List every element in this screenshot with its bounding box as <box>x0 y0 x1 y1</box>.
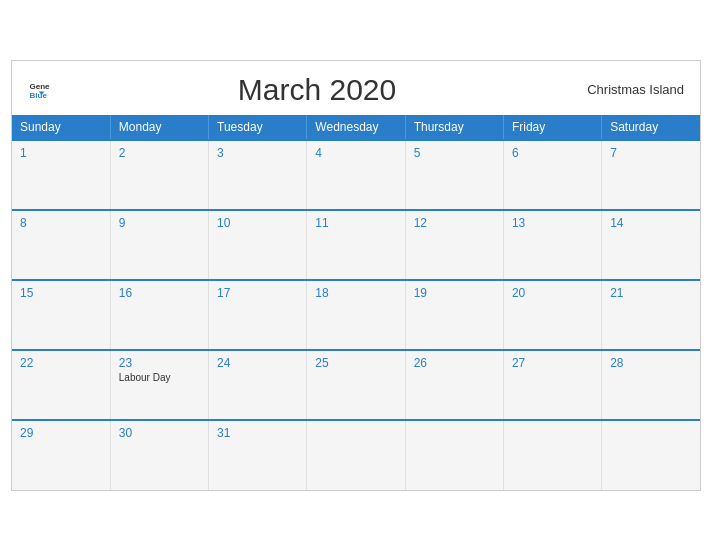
day-number: 7 <box>610 146 692 160</box>
day-number: 30 <box>119 426 200 440</box>
day-number: 6 <box>512 146 593 160</box>
day-number: 3 <box>217 146 298 160</box>
day-number: 8 <box>20 216 102 230</box>
calendar-title: March 2020 <box>50 73 584 107</box>
day-number: 29 <box>20 426 102 440</box>
svg-text:Blue: Blue <box>29 91 47 100</box>
day-number: 9 <box>119 216 200 230</box>
col-thursday: Thursday <box>405 115 503 140</box>
day-number: 17 <box>217 286 298 300</box>
calendar-container: General Blue March 2020 Christmas Island… <box>11 60 701 491</box>
day-number: 22 <box>20 356 102 370</box>
calendar-header: General Blue March 2020 Christmas Island <box>12 61 700 115</box>
calendar-cell: 29 <box>12 420 110 490</box>
day-number: 11 <box>315 216 396 230</box>
day-number: 14 <box>610 216 692 230</box>
calendar-cell: 30 <box>110 420 208 490</box>
day-number: 26 <box>414 356 495 370</box>
svg-text:General: General <box>29 82 50 91</box>
weekday-header-row: Sunday Monday Tuesday Wednesday Thursday… <box>12 115 700 140</box>
col-sunday: Sunday <box>12 115 110 140</box>
day-number: 20 <box>512 286 593 300</box>
calendar-cell: 14 <box>602 210 700 280</box>
calendar-cell: 26 <box>405 350 503 420</box>
region-label: Christmas Island <box>584 82 684 97</box>
calendar-week-row: 1234567 <box>12 140 700 210</box>
calendar-cell <box>405 420 503 490</box>
calendar-cell: 22 <box>12 350 110 420</box>
day-number: 1 <box>20 146 102 160</box>
col-monday: Monday <box>110 115 208 140</box>
calendar-grid: Sunday Monday Tuesday Wednesday Thursday… <box>12 115 700 490</box>
calendar-cell: 11 <box>307 210 405 280</box>
day-number: 24 <box>217 356 298 370</box>
calendar-week-row: 2223Labour Day2425262728 <box>12 350 700 420</box>
calendar-cell: 18 <box>307 280 405 350</box>
calendar-cell: 24 <box>209 350 307 420</box>
col-saturday: Saturday <box>602 115 700 140</box>
calendar-cell: 5 <box>405 140 503 210</box>
day-number: 13 <box>512 216 593 230</box>
day-number: 4 <box>315 146 396 160</box>
day-number: 10 <box>217 216 298 230</box>
calendar-cell: 25 <box>307 350 405 420</box>
day-number: 2 <box>119 146 200 160</box>
col-wednesday: Wednesday <box>307 115 405 140</box>
calendar-cell: 10 <box>209 210 307 280</box>
day-number: 28 <box>610 356 692 370</box>
calendar-cell: 17 <box>209 280 307 350</box>
logo: General Blue <box>28 79 50 101</box>
logo-icon: General Blue <box>28 79 50 101</box>
day-number: 23 <box>119 356 200 370</box>
day-number: 21 <box>610 286 692 300</box>
day-number: 15 <box>20 286 102 300</box>
calendar-cell <box>602 420 700 490</box>
calendar-cell: 2 <box>110 140 208 210</box>
calendar-cell: 28 <box>602 350 700 420</box>
calendar-cell: 20 <box>503 280 601 350</box>
calendar-cell: 23Labour Day <box>110 350 208 420</box>
calendar-cell: 1 <box>12 140 110 210</box>
col-tuesday: Tuesday <box>209 115 307 140</box>
calendar-cell: 15 <box>12 280 110 350</box>
calendar-cell: 13 <box>503 210 601 280</box>
day-number: 12 <box>414 216 495 230</box>
calendar-cell: 21 <box>602 280 700 350</box>
calendar-cell: 3 <box>209 140 307 210</box>
calendar-cell: 9 <box>110 210 208 280</box>
calendar-cell: 4 <box>307 140 405 210</box>
calendar-week-row: 891011121314 <box>12 210 700 280</box>
calendar-cell: 16 <box>110 280 208 350</box>
calendar-cell: 12 <box>405 210 503 280</box>
day-number: 18 <box>315 286 396 300</box>
calendar-cell: 19 <box>405 280 503 350</box>
day-number: 5 <box>414 146 495 160</box>
calendar-cell: 6 <box>503 140 601 210</box>
calendar-cell <box>307 420 405 490</box>
day-number: 27 <box>512 356 593 370</box>
calendar-week-row: 293031 <box>12 420 700 490</box>
day-number: 16 <box>119 286 200 300</box>
day-number: 19 <box>414 286 495 300</box>
day-number: 25 <box>315 356 396 370</box>
day-number: 31 <box>217 426 298 440</box>
calendar-week-row: 15161718192021 <box>12 280 700 350</box>
calendar-cell: 31 <box>209 420 307 490</box>
calendar-cell: 7 <box>602 140 700 210</box>
event-label: Labour Day <box>119 372 200 383</box>
calendar-cell: 8 <box>12 210 110 280</box>
col-friday: Friday <box>503 115 601 140</box>
calendar-cell: 27 <box>503 350 601 420</box>
calendar-cell <box>503 420 601 490</box>
